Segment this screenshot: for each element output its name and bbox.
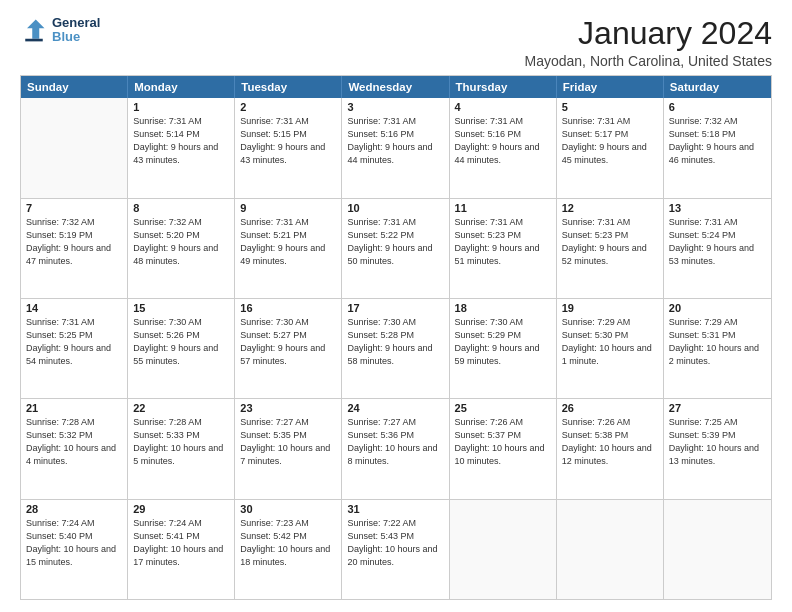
header: General Blue January 2024 Mayodan, North… [20,16,772,69]
calendar-cell: 9Sunrise: 7:31 AMSunset: 5:21 PMDaylight… [235,199,342,298]
header-day-saturday: Saturday [664,76,771,98]
day-number: 31 [347,503,443,515]
calendar-cell: 30Sunrise: 7:23 AMSunset: 5:42 PMDayligh… [235,500,342,599]
day-number: 28 [26,503,122,515]
sun-info: Sunrise: 7:30 AMSunset: 5:28 PMDaylight:… [347,316,443,368]
calendar-cell: 8Sunrise: 7:32 AMSunset: 5:20 PMDaylight… [128,199,235,298]
header-day-wednesday: Wednesday [342,76,449,98]
day-number: 9 [240,202,336,214]
calendar-cell: 5Sunrise: 7:31 AMSunset: 5:17 PMDaylight… [557,98,664,197]
day-number: 7 [26,202,122,214]
day-number: 20 [669,302,766,314]
calendar-cell: 11Sunrise: 7:31 AMSunset: 5:23 PMDayligh… [450,199,557,298]
calendar-cell: 23Sunrise: 7:27 AMSunset: 5:35 PMDayligh… [235,399,342,498]
day-number: 22 [133,402,229,414]
header-day-monday: Monday [128,76,235,98]
title-block: January 2024 Mayodan, North Carolina, Un… [525,16,772,69]
logo-text: General Blue [52,16,100,45]
day-number: 13 [669,202,766,214]
sun-info: Sunrise: 7:31 AMSunset: 5:17 PMDaylight:… [562,115,658,167]
calendar: SundayMondayTuesdayWednesdayThursdayFrid… [20,75,772,600]
day-number: 24 [347,402,443,414]
calendar-header: SundayMondayTuesdayWednesdayThursdayFrid… [21,76,771,98]
calendar-cell: 26Sunrise: 7:26 AMSunset: 5:38 PMDayligh… [557,399,664,498]
calendar-cell: 3Sunrise: 7:31 AMSunset: 5:16 PMDaylight… [342,98,449,197]
day-number: 17 [347,302,443,314]
header-day-tuesday: Tuesday [235,76,342,98]
calendar-cell: 2Sunrise: 7:31 AMSunset: 5:15 PMDaylight… [235,98,342,197]
calendar-cell: 25Sunrise: 7:26 AMSunset: 5:37 PMDayligh… [450,399,557,498]
sun-info: Sunrise: 7:31 AMSunset: 5:25 PMDaylight:… [26,316,122,368]
header-day-sunday: Sunday [21,76,128,98]
header-day-thursday: Thursday [450,76,557,98]
day-number: 30 [240,503,336,515]
day-number: 8 [133,202,229,214]
day-number: 10 [347,202,443,214]
sun-info: Sunrise: 7:31 AMSunset: 5:23 PMDaylight:… [562,216,658,268]
page-title: January 2024 [525,16,772,51]
sun-info: Sunrise: 7:31 AMSunset: 5:24 PMDaylight:… [669,216,766,268]
calendar-cell: 17Sunrise: 7:30 AMSunset: 5:28 PMDayligh… [342,299,449,398]
calendar-week-4: 21Sunrise: 7:28 AMSunset: 5:32 PMDayligh… [21,398,771,498]
sun-info: Sunrise: 7:31 AMSunset: 5:16 PMDaylight:… [347,115,443,167]
calendar-week-2: 7Sunrise: 7:32 AMSunset: 5:19 PMDaylight… [21,198,771,298]
calendar-cell: 21Sunrise: 7:28 AMSunset: 5:32 PMDayligh… [21,399,128,498]
day-number: 25 [455,402,551,414]
day-number: 4 [455,101,551,113]
sun-info: Sunrise: 7:31 AMSunset: 5:23 PMDaylight:… [455,216,551,268]
logo: General Blue [20,16,100,45]
day-number: 16 [240,302,336,314]
sun-info: Sunrise: 7:29 AMSunset: 5:30 PMDaylight:… [562,316,658,368]
calendar-cell: 22Sunrise: 7:28 AMSunset: 5:33 PMDayligh… [128,399,235,498]
day-number: 15 [133,302,229,314]
calendar-cell: 6Sunrise: 7:32 AMSunset: 5:18 PMDaylight… [664,98,771,197]
svg-marker-0 [27,20,45,39]
sun-info: Sunrise: 7:31 AMSunset: 5:14 PMDaylight:… [133,115,229,167]
sun-info: Sunrise: 7:29 AMSunset: 5:31 PMDaylight:… [669,316,766,368]
day-number: 14 [26,302,122,314]
sun-info: Sunrise: 7:30 AMSunset: 5:26 PMDaylight:… [133,316,229,368]
calendar-cell: 14Sunrise: 7:31 AMSunset: 5:25 PMDayligh… [21,299,128,398]
day-number: 29 [133,503,229,515]
calendar-cell: 4Sunrise: 7:31 AMSunset: 5:16 PMDaylight… [450,98,557,197]
calendar-cell: 15Sunrise: 7:30 AMSunset: 5:26 PMDayligh… [128,299,235,398]
day-number: 27 [669,402,766,414]
sun-info: Sunrise: 7:24 AMSunset: 5:40 PMDaylight:… [26,517,122,569]
calendar-cell: 12Sunrise: 7:31 AMSunset: 5:23 PMDayligh… [557,199,664,298]
sun-info: Sunrise: 7:24 AMSunset: 5:41 PMDaylight:… [133,517,229,569]
sun-info: Sunrise: 7:25 AMSunset: 5:39 PMDaylight:… [669,416,766,468]
day-number: 26 [562,402,658,414]
calendar-cell: 7Sunrise: 7:32 AMSunset: 5:19 PMDaylight… [21,199,128,298]
day-number: 12 [562,202,658,214]
calendar-week-5: 28Sunrise: 7:24 AMSunset: 5:40 PMDayligh… [21,499,771,599]
calendar-cell: 28Sunrise: 7:24 AMSunset: 5:40 PMDayligh… [21,500,128,599]
calendar-cell [664,500,771,599]
page: General Blue January 2024 Mayodan, North… [0,0,792,612]
day-number: 23 [240,402,336,414]
sun-info: Sunrise: 7:31 AMSunset: 5:16 PMDaylight:… [455,115,551,167]
sun-info: Sunrise: 7:27 AMSunset: 5:36 PMDaylight:… [347,416,443,468]
sun-info: Sunrise: 7:32 AMSunset: 5:19 PMDaylight:… [26,216,122,268]
calendar-cell [450,500,557,599]
page-subtitle: Mayodan, North Carolina, United States [525,53,772,69]
day-number: 11 [455,202,551,214]
sun-info: Sunrise: 7:23 AMSunset: 5:42 PMDaylight:… [240,517,336,569]
calendar-body: 1Sunrise: 7:31 AMSunset: 5:14 PMDaylight… [21,98,771,599]
day-number: 18 [455,302,551,314]
sun-info: Sunrise: 7:27 AMSunset: 5:35 PMDaylight:… [240,416,336,468]
sun-info: Sunrise: 7:31 AMSunset: 5:15 PMDaylight:… [240,115,336,167]
calendar-cell: 31Sunrise: 7:22 AMSunset: 5:43 PMDayligh… [342,500,449,599]
header-day-friday: Friday [557,76,664,98]
sun-info: Sunrise: 7:26 AMSunset: 5:38 PMDaylight:… [562,416,658,468]
day-number: 6 [669,101,766,113]
sun-info: Sunrise: 7:32 AMSunset: 5:20 PMDaylight:… [133,216,229,268]
logo-icon [20,16,48,44]
calendar-cell: 24Sunrise: 7:27 AMSunset: 5:36 PMDayligh… [342,399,449,498]
sun-info: Sunrise: 7:31 AMSunset: 5:22 PMDaylight:… [347,216,443,268]
day-number: 1 [133,101,229,113]
calendar-cell: 1Sunrise: 7:31 AMSunset: 5:14 PMDaylight… [128,98,235,197]
calendar-cell: 18Sunrise: 7:30 AMSunset: 5:29 PMDayligh… [450,299,557,398]
calendar-week-3: 14Sunrise: 7:31 AMSunset: 5:25 PMDayligh… [21,298,771,398]
calendar-cell: 16Sunrise: 7:30 AMSunset: 5:27 PMDayligh… [235,299,342,398]
calendar-cell [21,98,128,197]
